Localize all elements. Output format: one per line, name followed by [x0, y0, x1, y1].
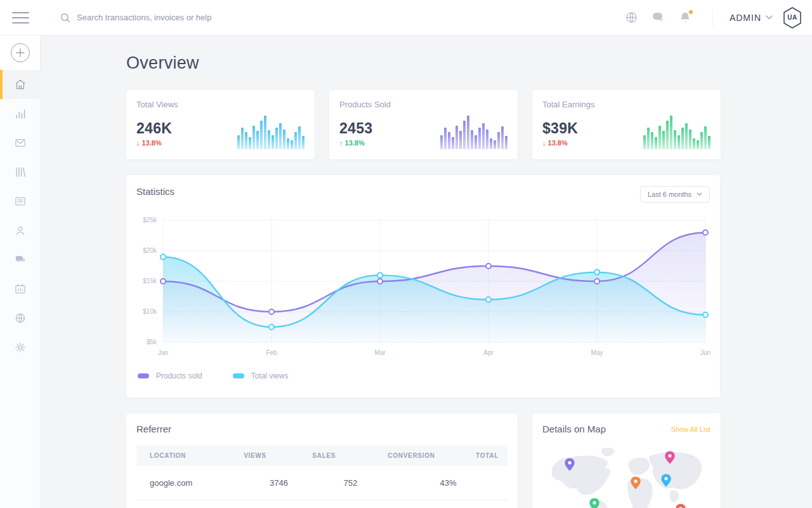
statistics-card: Statistics Last 6 months $25k$20k$15k$10… — [126, 175, 720, 398]
mini-bar — [272, 135, 274, 149]
messages-button[interactable] — [652, 11, 665, 25]
header-divider — [712, 10, 713, 26]
mini-bar — [662, 131, 665, 149]
mini-bar — [440, 135, 443, 149]
mini-bar — [471, 130, 473, 149]
sidebar-item-list-card[interactable] — [0, 187, 40, 216]
admin-menu[interactable]: ADMIN — [730, 13, 773, 23]
svg-text:$15k: $15k — [143, 277, 157, 284]
chevron-down-icon — [697, 192, 702, 196]
mini-bar — [700, 132, 703, 149]
svg-text:$5k: $5k — [147, 338, 157, 345]
svg-text:Apr: Apr — [483, 349, 494, 356]
mini-bar — [294, 132, 297, 149]
mini-bar — [252, 126, 255, 149]
show-all-list-link[interactable]: Show All List — [671, 425, 710, 433]
sidebar-item-globe[interactable] — [0, 304, 40, 333]
bar-chart-icon — [14, 107, 27, 120]
stat-card-total-views: Total Views 246K ↓ 13.8% — [126, 90, 315, 159]
stat-title: Total Views — [136, 100, 304, 109]
mini-bar — [651, 132, 653, 149]
mini-bar — [448, 132, 450, 149]
sidebar-item-chat[interactable] — [0, 245, 40, 274]
mini-bar — [708, 136, 710, 149]
stat-title: Total Earnings — [542, 100, 710, 109]
map-pin[interactable] — [565, 458, 575, 471]
hamburger-menu-button[interactable] — [0, 12, 41, 23]
library-icon — [14, 166, 27, 178]
mini-bar — [486, 130, 488, 149]
mini-bar — [494, 140, 496, 149]
mini-bar — [256, 131, 259, 149]
sidebar-nav — [0, 70, 40, 362]
mini-bar — [643, 135, 646, 149]
legend-item: Products sold — [138, 371, 202, 380]
admin-label: ADMIN — [730, 13, 761, 23]
table-cell: 698 — [294, 500, 363, 508]
map-title: Details on Map — [542, 424, 606, 434]
map-pin[interactable] — [676, 504, 686, 508]
sidebar-item-home[interactable] — [0, 70, 40, 99]
date-range-dropdown[interactable]: Last 6 months — [640, 186, 710, 203]
svg-text:$25k: $25k — [143, 217, 157, 224]
mini-bar — [658, 126, 661, 149]
mini-bar — [260, 121, 263, 149]
map-pin[interactable] — [589, 498, 600, 508]
stat-title: Products Sold — [339, 100, 508, 109]
column-header: TOTAL — [463, 445, 508, 466]
mini-bar-chart — [237, 112, 304, 149]
map-pin[interactable] — [661, 474, 672, 487]
mini-bar-chart — [440, 112, 508, 149]
mini-bar — [697, 140, 699, 149]
sidebar-item-calendar[interactable] — [0, 274, 40, 304]
world-map-silhouette — [542, 444, 710, 508]
chat-bubble-icon — [652, 11, 665, 23]
mini-bar — [291, 140, 293, 149]
list-card-icon — [14, 195, 27, 208]
mini-bar — [275, 128, 278, 149]
sidebar-item-library[interactable] — [0, 157, 40, 187]
mini-bar — [459, 131, 462, 149]
page-title: Overview — [126, 53, 796, 73]
column-header: LOCATION — [136, 445, 226, 466]
search-icon — [60, 13, 70, 23]
mini-bar — [452, 137, 454, 149]
search-input[interactable] — [77, 13, 305, 22]
notifications-button[interactable] — [678, 11, 692, 25]
sidebar-item-bar-chart[interactable] — [0, 99, 40, 128]
mini-bar — [455, 126, 458, 149]
sidebar-top — [0, 36, 40, 70]
chart-legend: Products soldTotal views — [126, 366, 720, 380]
mini-bar — [264, 116, 266, 149]
mini-bar — [655, 137, 657, 149]
map-pin[interactable] — [631, 476, 641, 490]
stat-cards-row: Total Views 246K ↓ 13.8% Products Sold 2… — [126, 90, 796, 159]
column-header: VIEWS — [226, 445, 294, 466]
table-cell: google.com — [136, 466, 226, 500]
svg-text:Feb: Feb — [266, 349, 277, 356]
language-globe-button[interactable] — [625, 11, 639, 25]
svg-text:Jun: Jun — [700, 349, 710, 356]
add-new-button[interactable] — [11, 43, 30, 62]
referrer-card: Referrer LOCATIONVIEWSSALESCONVERSIONTOT… — [126, 413, 518, 508]
sidebar-item-user[interactable] — [0, 216, 40, 245]
table-cell: 3180 — [226, 500, 294, 508]
map-pin[interactable] — [665, 451, 676, 464]
notification-badge-dot — [688, 10, 693, 15]
mini-bar — [689, 130, 691, 149]
mini-bar — [283, 130, 285, 149]
web-globe-icon — [625, 11, 638, 23]
plus-icon — [16, 48, 25, 57]
table-cell: 43% — [363, 466, 462, 500]
stat-card-total-earnings: Total Earnings $39K ↓ 13.8% — [532, 90, 721, 159]
chat-icon — [14, 253, 27, 266]
mini-bar — [505, 136, 508, 149]
mini-bar — [249, 137, 251, 149]
table-cell — [463, 500, 508, 508]
referrer-title: Referrer — [126, 424, 518, 434]
mini-bar — [497, 132, 500, 149]
sidebar-item-gear[interactable] — [0, 333, 40, 362]
mini-bar — [704, 126, 707, 149]
table-cell: 3746 — [226, 466, 294, 500]
sidebar-item-mail[interactable] — [0, 128, 40, 157]
